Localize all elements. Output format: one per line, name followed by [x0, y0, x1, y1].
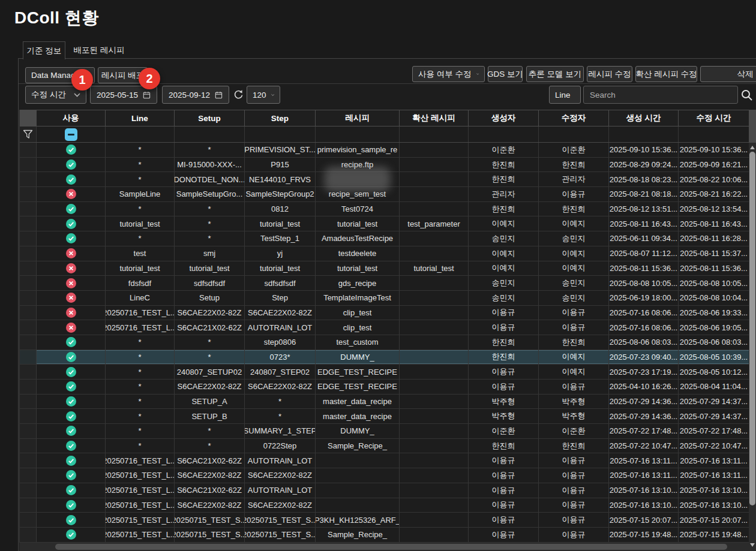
- table-row[interactable]: 20250716_TEST_L...S6CAE22X02-82ZS6CAE22X…: [20, 498, 749, 513]
- cell-modifier: 이준환: [539, 424, 609, 438]
- row-handle[interactable]: [20, 468, 37, 483]
- use-filter-checkbox[interactable]: [65, 128, 77, 141]
- row-handle[interactable]: [20, 291, 37, 305]
- recipe-edit-button[interactable]: 레시피 수정: [587, 66, 632, 82]
- table-row[interactable]: **TestStep_1AmadeusTestRecipe송민지송민지2025-…: [20, 231, 749, 246]
- table-row[interactable]: *S6CAE22X02-82ZS6CAE22X02-82ZEDGE_TEST_R…: [20, 380, 749, 395]
- column-header-created[interactable]: 생성 시간: [609, 110, 679, 126]
- refresh-button[interactable]: [232, 88, 245, 101]
- cell-recipe: recipe.ftp: [316, 158, 400, 172]
- row-handle[interactable]: [20, 320, 37, 335]
- table-row[interactable]: LineCSetupStepTemplateImageTest송민지송민지202…: [20, 291, 749, 306]
- table-row[interactable]: *240807_SETUP02240807_STEP02EDGE_TEST_RE…: [20, 365, 749, 380]
- filter-cell-created[interactable]: [609, 127, 679, 142]
- date-to-field[interactable]: 2025-09-12: [162, 86, 229, 104]
- row-handle[interactable]: [20, 202, 37, 216]
- table-row[interactable]: fdsfsdfsdfsdfsdfsdfsdfsdfgds_recipe송민지송민…: [20, 276, 749, 291]
- row-handle[interactable]: [20, 335, 37, 350]
- row-handle[interactable]: [20, 528, 37, 542]
- table-row[interactable]: **SUMMARY_1_STEPDUMMY_이준환이준환2025-07-22 1…: [20, 424, 749, 439]
- row-handle[interactable]: [20, 172, 37, 186]
- search-button[interactable]: [740, 88, 753, 101]
- filter-cell-recipe[interactable]: [316, 127, 400, 142]
- cell-use: [37, 320, 106, 335]
- table-row[interactable]: *SETUP_B*master_data_recipe박주형박주형2025-07…: [20, 409, 749, 424]
- tab-deployed-recipes[interactable]: 배포된 레시피: [67, 41, 131, 59]
- table-row[interactable]: SampleLineSampleSetupGro...SampleStepGro…: [20, 187, 749, 202]
- inference-model-view-button[interactable]: 추론 모델 보기: [526, 66, 584, 82]
- filter-cell-creator[interactable]: [469, 127, 539, 142]
- row-handle[interactable]: [20, 158, 37, 172]
- row-handle[interactable]: [20, 306, 37, 320]
- table-row[interactable]: **0722StepSample_Recipe_한진희한진희2025-07-22…: [20, 439, 749, 454]
- column-header-setup[interactable]: Setup: [175, 110, 245, 126]
- gds-view-button[interactable]: GDS 보기: [488, 66, 523, 82]
- row-handle[interactable]: [20, 498, 37, 513]
- table-row[interactable]: testsmjyjtestdeelete이예지이예지2025-08-07 11:…: [20, 246, 749, 261]
- page-size-dropdown[interactable]: 120: [247, 86, 280, 104]
- table-row[interactable]: 20250716_TEST_L...S6CAC21X02-62ZAUTOTRAI…: [20, 483, 749, 498]
- column-header-use[interactable]: 사용: [37, 110, 106, 126]
- column-header-creator[interactable]: 생성자: [469, 110, 539, 126]
- table-row[interactable]: **0723*DUMMY_한진희이예지2025-07-23 09:40...20…: [20, 350, 749, 365]
- cell-diffusion: [400, 202, 469, 216]
- tab-base-info[interactable]: 기준 정보: [23, 41, 65, 59]
- row-handle[interactable]: [20, 483, 37, 498]
- row-handle[interactable]: [20, 187, 37, 201]
- filter-cell-modified[interactable]: [679, 127, 749, 142]
- row-handle[interactable]: [20, 231, 37, 246]
- row-handle[interactable]: [20, 261, 37, 276]
- search-input[interactable]: [583, 86, 738, 104]
- table-row[interactable]: **PRIMEVISION_ST...primevision_sample_re…: [20, 143, 749, 158]
- table-row[interactable]: tutorial_test*tutorial_testtutorial_test…: [20, 216, 749, 231]
- table-row[interactable]: tutorial_testtutorial_testtutorial_testt…: [20, 261, 749, 276]
- row-handle[interactable]: [20, 380, 37, 394]
- column-header-recipe[interactable]: 레시피: [316, 110, 400, 126]
- filter-cell-modifier[interactable]: [539, 127, 609, 142]
- diffusion-recipe-edit-button[interactable]: 확산 레시피 수정: [635, 66, 697, 82]
- delete-button[interactable]: 삭제: [700, 66, 756, 82]
- use-filter-cell[interactable]: [37, 127, 106, 142]
- table-row[interactable]: 20250716_TEST_L...S6CAE22X02-82ZS6CAE22X…: [20, 306, 749, 321]
- column-header-diffusion[interactable]: 확산 레시피: [400, 110, 469, 126]
- scroll-down-icon[interactable]: [750, 543, 755, 547]
- column-filter-dropdown[interactable]: Line: [549, 86, 581, 104]
- column-header-modified[interactable]: 수정 시간: [679, 110, 749, 126]
- row-handle[interactable]: [20, 246, 37, 261]
- filter-cell-diffusion[interactable]: [400, 127, 469, 142]
- filter-cell-line[interactable]: [106, 127, 175, 142]
- cell-created: 2025-06-11 09:34...: [609, 231, 679, 246]
- table-row[interactable]: 20250716_TEST_L...S6CAC21X02-62ZAUTOTRAI…: [20, 320, 749, 335]
- row-handle[interactable]: [20, 395, 37, 409]
- row-handle[interactable]: [20, 216, 37, 231]
- row-handle[interactable]: [20, 513, 37, 527]
- row-handle[interactable]: [20, 350, 37, 365]
- table-row[interactable]: 20250716_TEST_L...S6CAC21X02-62ZAUTOTRAI…: [20, 453, 749, 468]
- table-row[interactable]: 20250715_TEST_L...20250715_TEST_S...2025…: [20, 528, 749, 543]
- row-handle[interactable]: [20, 276, 37, 290]
- filter-cell-step[interactable]: [245, 127, 316, 142]
- table-row[interactable]: *MI-915000-XXX-...P915recipe.ftp한진희한진희20…: [20, 158, 749, 173]
- column-header-modifier[interactable]: 수정자: [539, 110, 609, 126]
- column-header-step[interactable]: Step: [245, 110, 316, 126]
- filter-cell-setup[interactable]: [175, 127, 245, 142]
- row-handle[interactable]: [20, 453, 37, 468]
- table-row[interactable]: 20250715_TEST_L...20250715_TEST_S...2025…: [20, 513, 749, 528]
- horizontal-scrollbar-thumb[interactable]: [55, 544, 727, 550]
- row-handle[interactable]: [20, 409, 37, 423]
- scroll-up-icon[interactable]: [750, 146, 755, 149]
- row-handle[interactable]: [20, 424, 37, 438]
- row-handle[interactable]: [20, 365, 37, 379]
- table-row[interactable]: **step0806test_custom한진희한진희2025-08-06 08…: [20, 335, 749, 350]
- table-row[interactable]: *SETUP_A*master_data_recipe박주형박주형2025-07…: [20, 395, 749, 410]
- vertical-scrollbar-thumb[interactable]: [749, 152, 755, 505]
- row-handle[interactable]: [20, 143, 37, 157]
- column-header-line[interactable]: Line: [106, 110, 175, 126]
- use-toggle-dropdown[interactable]: 사용 여부 수정: [412, 66, 485, 82]
- table-row[interactable]: 20250716_TEST_L...S6CAE22X02-82ZS6CAE22X…: [20, 468, 749, 483]
- filter-button[interactable]: [20, 127, 37, 142]
- row-handle[interactable]: [20, 439, 37, 453]
- table-row[interactable]: **0812Test0724한진희한진희2025-08-12 13:51...2…: [20, 202, 749, 217]
- cell-modifier: 한진희: [539, 335, 609, 350]
- table-row[interactable]: *DONOTDEL_NON...NE144010_FRVS한진희관리자2025-…: [20, 172, 749, 187]
